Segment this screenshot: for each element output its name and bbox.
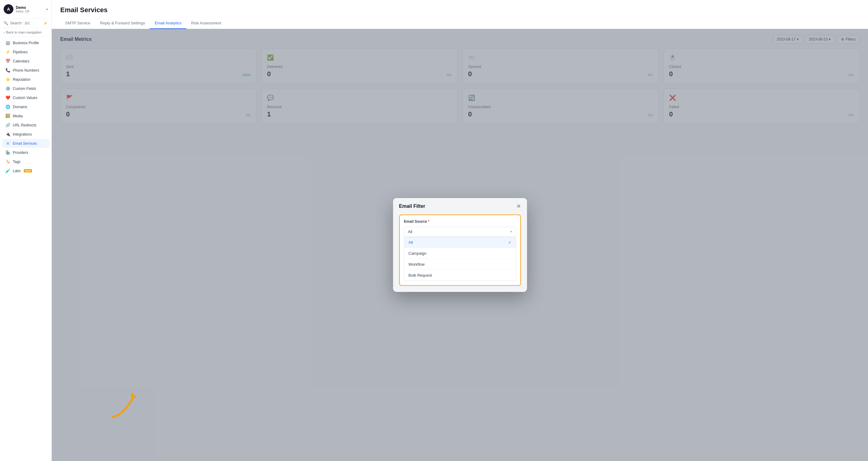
dropdown-option-workflow[interactable]: Workflow bbox=[404, 259, 516, 270]
sidebar-item-label-phone-numbers: Phone Numbers bbox=[13, 68, 39, 73]
sidebar-item-label-calendars: Calendars bbox=[13, 59, 30, 63]
sidebar-header[interactable]: A Demo Irvine, CA ▾ bbox=[0, 0, 52, 19]
back-nav-label: Back to main navigation bbox=[6, 30, 42, 34]
nav-icon-integrations: 🔌 bbox=[5, 132, 10, 137]
sidebar: A Demo Irvine, CA ▾ 🔍 Search ⌘K ⚡ ‹ Back… bbox=[0, 0, 52, 461]
sidebar-item-url-redirects[interactable]: 🔗 URL Redirects bbox=[2, 121, 50, 129]
required-star: * bbox=[428, 220, 430, 224]
sidebar-nav: 🏢 Business Profile ⚡ Pipelines 📅 Calenda… bbox=[0, 37, 52, 177]
badge-new: new bbox=[24, 169, 32, 172]
chevron-down-icon: ▾ bbox=[46, 8, 48, 11]
sidebar-item-providers[interactable]: 🏪 Providers bbox=[2, 148, 50, 157]
top-bar: Email Services SMTP ServiceReply & Forwa… bbox=[52, 0, 868, 29]
sidebar-item-label-labs: Labs bbox=[13, 169, 21, 173]
tab-smtp[interactable]: SMTP Service bbox=[60, 18, 95, 29]
dropdown-option-bulk-request[interactable]: Bulk Request bbox=[404, 270, 516, 281]
sidebar-item-calendars[interactable]: 📅 Calendars bbox=[2, 57, 50, 65]
lightning-icon: ⚡ bbox=[43, 21, 48, 25]
dropdown-option-label-workflow: Workflow bbox=[409, 262, 425, 267]
back-nav[interactable]: ‹ Back to main navigation bbox=[0, 28, 52, 37]
content-area: Email Metrics 2023-08-17 ▾ 2023-08-23 ▾ … bbox=[52, 29, 868, 461]
sidebar-item-media[interactable]: 🖼️ Media bbox=[2, 112, 50, 120]
sidebar-item-label-custom-values: Custom Values bbox=[13, 96, 37, 100]
sidebar-search[interactable]: 🔍 Search ⌘K ⚡ bbox=[0, 19, 52, 28]
modal-backdrop: Email Filter ✕ Email Source * All ▾ bbox=[52, 29, 868, 461]
nav-icon-reputation: ⭐ bbox=[5, 77, 10, 82]
tab-email-analytics[interactable]: Email Analytics bbox=[150, 18, 186, 29]
modal-header: Email Filter ✕ bbox=[393, 198, 527, 214]
dropdown-option-label-campaign: Campaign bbox=[409, 251, 427, 256]
nav-icon-custom-values: ❤️ bbox=[5, 95, 10, 100]
check-icon-all: ✓ bbox=[508, 240, 512, 245]
avatar: A bbox=[4, 4, 13, 14]
dropdown-option-label-bulk-request: Bulk Request bbox=[409, 273, 432, 278]
sidebar-item-label-url-redirects: URL Redirects bbox=[13, 123, 36, 127]
sidebar-item-integrations[interactable]: 🔌 Integrations bbox=[2, 130, 50, 139]
sidebar-item-label-reputation: Reputation bbox=[13, 77, 30, 82]
nav-icon-domains: 🌐 bbox=[5, 105, 10, 109]
page-title: Email Services bbox=[60, 0, 860, 18]
sidebar-item-label-media: Media bbox=[13, 114, 23, 118]
sidebar-item-label-domains: Domains bbox=[13, 105, 27, 109]
email-source-select[interactable]: All ▾ bbox=[404, 227, 516, 237]
modal-close-button[interactable]: ✕ bbox=[516, 204, 521, 209]
dropdown-option-all[interactable]: All ✓ bbox=[404, 237, 516, 248]
sidebar-item-label-providers: Providers bbox=[13, 150, 28, 155]
nav-icon-url-redirects: 🔗 bbox=[5, 123, 10, 127]
sidebar-item-label-pipelines: Pipelines bbox=[13, 50, 28, 54]
nav-icon-labs: 🧪 bbox=[5, 169, 10, 173]
nav-icon-custom-fields: ⚙️ bbox=[5, 86, 10, 91]
filter-label: Email Source * bbox=[404, 220, 516, 224]
dropdown-list: All ✓ Campaign Workflow Bulk Request bbox=[404, 237, 516, 281]
nav-icon-phone-numbers: 📞 bbox=[5, 68, 10, 73]
user-info: Demo Irvine, CA bbox=[16, 5, 44, 13]
sidebar-item-label-integrations: Integrations bbox=[13, 132, 32, 137]
sidebar-item-custom-values[interactable]: ❤️ Custom Values bbox=[2, 93, 50, 102]
search-shortcut: ⌘K bbox=[24, 21, 31, 25]
nav-icon-providers: 🏪 bbox=[5, 150, 10, 155]
main-content: Email Services SMTP ServiceReply & Forwa… bbox=[52, 0, 868, 461]
sidebar-item-email-services[interactable]: 📧 Email Services bbox=[2, 139, 50, 148]
search-icon: 🔍 bbox=[4, 21, 8, 25]
modal-title: Email Filter bbox=[399, 204, 425, 209]
sidebar-item-pipelines[interactable]: ⚡ Pipelines bbox=[2, 48, 50, 56]
sidebar-item-label-email-services: Email Services bbox=[13, 141, 37, 146]
select-value: All bbox=[408, 229, 412, 234]
nav-icon-business-profile: 🏢 bbox=[5, 40, 10, 45]
sidebar-item-label-business-profile: Business Profile bbox=[13, 41, 39, 45]
email-filter-modal: Email Filter ✕ Email Source * All ▾ bbox=[393, 198, 527, 292]
user-location: Irvine, CA bbox=[16, 10, 44, 13]
sidebar-item-labs[interactable]: 🧪 Labs new bbox=[2, 166, 50, 175]
modal-body: Email Source * All ▾ All ✓ Campaign Work… bbox=[393, 214, 527, 292]
nav-icon-email-services: 📧 bbox=[5, 141, 10, 146]
user-name: Demo bbox=[16, 5, 44, 10]
dropdown-option-campaign[interactable]: Campaign bbox=[404, 248, 516, 259]
nav-icon-calendars: 📅 bbox=[5, 59, 10, 63]
sidebar-item-reputation[interactable]: ⭐ Reputation bbox=[2, 75, 50, 84]
search-label: Search bbox=[10, 21, 22, 25]
nav-icon-media: 🖼️ bbox=[5, 114, 10, 118]
back-arrow-icon: ‹ bbox=[4, 30, 5, 34]
nav-icon-pipelines: ⚡ bbox=[5, 50, 10, 54]
dropdown-option-label-all: All bbox=[409, 240, 413, 245]
tab-bar: SMTP ServiceReply & Forward SettingsEmai… bbox=[60, 18, 860, 29]
sidebar-item-domains[interactable]: 🌐 Domains bbox=[2, 103, 50, 111]
select-chevron-icon: ▾ bbox=[510, 230, 512, 234]
sidebar-item-phone-numbers[interactable]: 📞 Phone Numbers bbox=[2, 66, 50, 75]
sidebar-item-label-custom-fields: Custom Fields bbox=[13, 87, 36, 91]
nav-icon-tags: 🏷️ bbox=[5, 160, 10, 164]
tab-risk-assessment[interactable]: Risk Assessment bbox=[186, 18, 226, 29]
filter-section: Email Source * All ▾ All ✓ Campaign Work… bbox=[399, 214, 521, 286]
sidebar-item-custom-fields[interactable]: ⚙️ Custom Fields bbox=[2, 84, 50, 93]
sidebar-item-business-profile[interactable]: 🏢 Business Profile bbox=[2, 38, 50, 47]
tab-reply-forward[interactable]: Reply & Forward Settings bbox=[95, 18, 150, 29]
sidebar-item-tags[interactable]: 🏷️ Tags bbox=[2, 157, 50, 166]
sidebar-item-label-tags: Tags bbox=[13, 160, 21, 164]
